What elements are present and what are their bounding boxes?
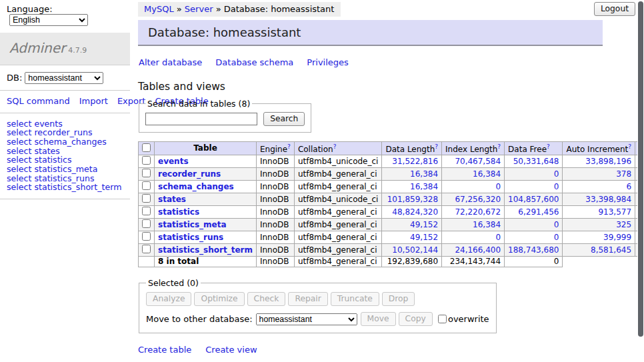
cell-collation: utf8mb4_general_ci [294, 168, 382, 181]
sidebar: Language:English Adminer4.7.9 DB:homeass… [0, 0, 130, 199]
sidebar-select-link[interactable]: select statistics [7, 155, 125, 165]
sidebar-select-link[interactable]: select recorder_runs [7, 128, 125, 137]
move-button[interactable]: Move [361, 312, 396, 326]
total-cell: 8 in total [155, 257, 257, 267]
help-icon[interactable]: ? [628, 143, 631, 150]
app-title-band: Adminer4.7.9 [0, 33, 130, 65]
total-cell: InnoDB [256, 257, 294, 267]
table-link-statistics[interactable]: statistics [158, 207, 199, 217]
table-link-statistics_runs[interactable]: statistics_runs [158, 233, 223, 242]
create-link[interactable]: Create table [138, 345, 191, 355]
page-title: Database: homeassistant [138, 20, 603, 46]
tables-list-foot: 8 in totalInnoDButf8mb4_general_ci192,83… [139, 257, 644, 267]
row-checkbox-states[interactable] [142, 194, 151, 203]
cell-index_length: 67,256,320 [442, 193, 505, 206]
database-nav-link[interactable]: Database schema [215, 57, 293, 67]
move-db-select[interactable]: homeassistant [256, 313, 357, 325]
breadcrumb-item[interactable]: Server [185, 4, 213, 14]
db-select[interactable]: homeassistant [25, 72, 103, 84]
total-cell: 192,839,680 [382, 257, 442, 267]
cell-index_length: 70,467,584 [442, 155, 505, 168]
language-select[interactable]: English [9, 14, 88, 26]
tables-list: TableEngine?Collation?Data Length?Index … [138, 141, 644, 267]
db-label: DB: [7, 73, 22, 83]
cell-auto_increment: 39,999 [563, 231, 635, 244]
help-icon[interactable]: ? [435, 143, 438, 150]
row-checkbox-statistics_runs[interactable] [142, 232, 151, 241]
cell-data_free: 6,291,456 [505, 206, 563, 219]
cell-collation: utf8mb4_general_ci [294, 206, 382, 219]
cell-data_free: 0 [505, 168, 563, 181]
create-links: Create tableCreate view [138, 345, 603, 355]
selected-action-button[interactable]: Repair [288, 292, 327, 306]
table-link-events[interactable]: events [158, 157, 189, 166]
cell-auto_increment: 8,581,645 [563, 244, 635, 257]
cell-index_length: 16,384 [442, 219, 505, 231]
scrollbar-track[interactable] [637, 0, 644, 362]
table-row-statistics: statisticsInnoDButf8mb4_general_ci48,824… [139, 206, 644, 219]
sidebar-select-link[interactable]: select states [7, 147, 125, 156]
help-icon[interactable]: ? [497, 143, 501, 150]
table-row-recorder_runs: recorder_runsInnoDButf8mb4_general_ci16,… [139, 168, 644, 181]
language-row: Language:English [0, 0, 130, 29]
app-name[interactable]: Adminer [9, 40, 65, 56]
cell-engine: InnoDB [256, 206, 294, 219]
sidebar-action-link[interactable]: SQL command [7, 96, 70, 106]
row-checkbox-recorder_runs[interactable] [142, 169, 151, 177]
table-link-statistics_meta[interactable]: statistics_meta [158, 220, 227, 229]
cell-engine: InnoDB [256, 244, 294, 257]
selected-action-button[interactable]: Optimize [194, 292, 244, 306]
app-version: 4.7.9 [68, 46, 87, 55]
move-buttons: MoveCopy [361, 313, 435, 323]
cell-data_free: 104,857,600 [505, 193, 563, 206]
cell-engine: InnoDB [256, 231, 294, 244]
row-checkbox-statistics[interactable] [142, 207, 151, 215]
overwrite-checkbox[interactable] [438, 315, 447, 323]
row-checkbox-statistics_short_term[interactable] [142, 245, 151, 253]
column-header-auto_increment: Auto Increment? [563, 142, 635, 155]
search-button[interactable]: Search [263, 112, 305, 126]
cell-auto_increment: 33,898,196 [563, 155, 635, 168]
sidebar-select-link[interactable]: select statistics_meta [7, 165, 125, 174]
table-link-recorder_runs[interactable]: recorder_runs [158, 169, 221, 179]
search-input[interactable] [145, 113, 257, 125]
help-icon[interactable]: ? [287, 143, 291, 150]
table-link-schema_changes[interactable]: schema_changes [158, 182, 234, 191]
selected-action-button[interactable]: Check [247, 292, 286, 306]
database-nav-link[interactable]: Alter database [139, 57, 202, 67]
total-cell: utf8mb4_general_ci [294, 257, 382, 267]
cell-data_length: 16,384 [382, 181, 442, 193]
scrollbar-thumb[interactable] [638, 1, 643, 337]
selected-action-button[interactable]: Truncate [331, 292, 379, 306]
selected-action-button[interactable]: Analyze [146, 292, 191, 306]
main-content: Database: homeassistant Alter databaseDa… [138, 20, 603, 362]
row-checkbox-statistics_meta[interactable] [142, 219, 151, 228]
row-checkbox-schema_changes[interactable] [142, 181, 151, 190]
sidebar-table-links: select eventsselect recorder_runsselect … [0, 113, 130, 200]
selected-action-button[interactable]: Drop [382, 292, 415, 306]
help-icon[interactable]: ? [333, 143, 337, 150]
table-link-states[interactable]: states [158, 195, 186, 204]
create-link[interactable]: Create view [205, 345, 257, 355]
breadcrumb: MySQL » Server » Database: homeassistant [138, 2, 341, 17]
logout-button[interactable]: Logout [594, 2, 635, 16]
table-row-statistics_meta: statistics_metaInnoDButf8mb4_general_ci4… [139, 219, 644, 231]
database-nav-link[interactable]: Privileges [307, 57, 349, 67]
select-all-checkbox[interactable] [142, 143, 151, 152]
move-button[interactable]: Copy [399, 312, 433, 326]
sidebar-select-link[interactable]: select statistics_runs [7, 174, 125, 183]
help-icon[interactable]: ? [547, 143, 550, 150]
cell-data_free: 50,331,648 [505, 155, 563, 168]
table-link-statistics_short_term[interactable]: statistics_short_term [158, 245, 253, 255]
sidebar-select-link[interactable]: select statistics_short_term [7, 183, 125, 192]
cell-auto_increment: 325 [563, 219, 635, 231]
row-checkbox-events[interactable] [142, 156, 151, 165]
sidebar-select-link[interactable]: select schema_changes [7, 137, 125, 147]
cell-data_free: 0 [505, 181, 563, 193]
sidebar-select-link[interactable]: select events [7, 119, 125, 129]
cell-engine: InnoDB [256, 219, 294, 231]
sidebar-action-link[interactable]: Import [79, 96, 108, 106]
cell-index_length: 0 [442, 181, 505, 193]
cell-auto_increment: 913,577 [563, 206, 635, 219]
breadcrumb-item[interactable]: MySQL [144, 4, 174, 14]
